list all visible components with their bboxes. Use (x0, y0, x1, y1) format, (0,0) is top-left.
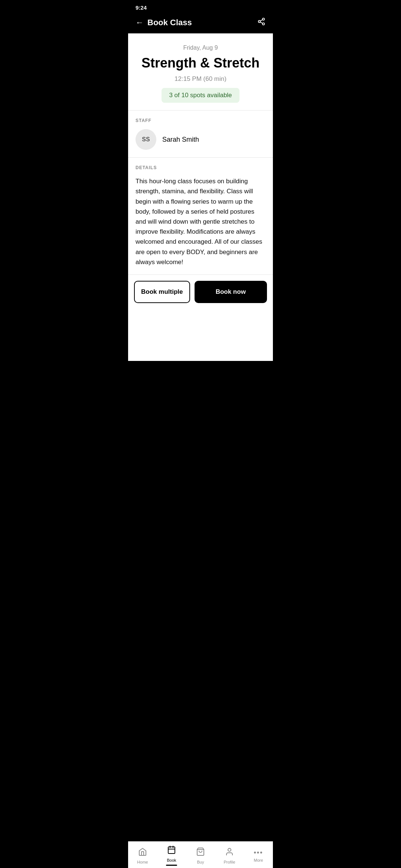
staff-avatar: SS (136, 129, 156, 150)
staff-section-label: STAFF (136, 118, 265, 123)
header-title: Book Class (147, 18, 192, 27)
header-left: ← Book Class (136, 18, 192, 27)
class-time: 12:15 PM (60 min) (136, 75, 265, 83)
main-content: Friday, Aug 9 Strength & Stretch 12:15 P… (128, 33, 273, 361)
spots-available-badge: 3 of 10 spots available (162, 88, 239, 103)
book-now-button[interactable]: Book now (195, 281, 267, 303)
class-name: Strength & Stretch (136, 55, 265, 71)
book-multiple-button[interactable]: Book multiple (134, 281, 190, 303)
back-button[interactable]: ← (136, 19, 144, 27)
svg-line-4 (260, 20, 263, 21)
details-text: This hour-long class focuses on building… (136, 176, 265, 267)
time-display: 9:24 (136, 4, 147, 11)
details-section: DETAILS This hour-long class focuses on … (128, 158, 273, 274)
header: ← Book Class (128, 14, 273, 33)
class-date: Friday, Aug 9 (136, 45, 265, 51)
svg-line-3 (260, 22, 263, 23)
details-section-label: DETAILS (136, 165, 265, 170)
class-info-section: Friday, Aug 9 Strength & Stretch 12:15 P… (128, 33, 273, 111)
staff-name: Sarah Smith (162, 136, 199, 144)
staff-row: SS Sarah Smith (136, 129, 265, 150)
staff-section: STAFF SS Sarah Smith (128, 111, 273, 158)
status-bar: 9:24 (128, 0, 273, 14)
bottom-buttons: Book multiple Book now (128, 274, 273, 309)
share-button[interactable] (257, 17, 265, 27)
